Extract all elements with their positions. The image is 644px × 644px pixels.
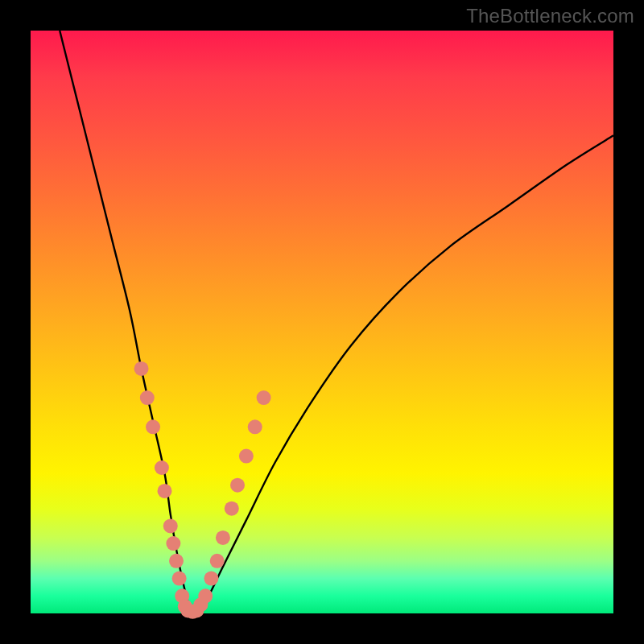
bottleneck-curve — [60, 31, 613, 613]
scatter-dot — [140, 390, 155, 405]
scatter-dot — [225, 502, 239, 516]
scatter-dot — [216, 530, 230, 545]
scatter-dot — [230, 478, 245, 493]
scatter-dot — [198, 588, 213, 603]
chart-svg — [31, 31, 613, 613]
scatter-dot — [257, 390, 271, 405]
scatter-dot — [204, 572, 218, 586]
plot-area — [31, 31, 613, 613]
scatter-dot — [163, 518, 178, 533]
scatter-dot — [166, 536, 180, 551]
scatter-dots — [134, 361, 271, 619]
scatter-dot — [210, 554, 225, 568]
scatter-dot — [134, 361, 149, 376]
scatter-dot — [158, 484, 172, 498]
watermark-text: TheBottleneck.com — [466, 5, 634, 27]
scatter-dot — [155, 460, 169, 475]
scatter-dot — [172, 572, 187, 586]
scatter-dot — [248, 419, 262, 434]
scatter-dot — [239, 449, 254, 464]
chart-frame: TheBottleneck.com — [0, 0, 644, 644]
scatter-dot — [169, 554, 184, 568]
scatter-dot — [146, 419, 160, 434]
